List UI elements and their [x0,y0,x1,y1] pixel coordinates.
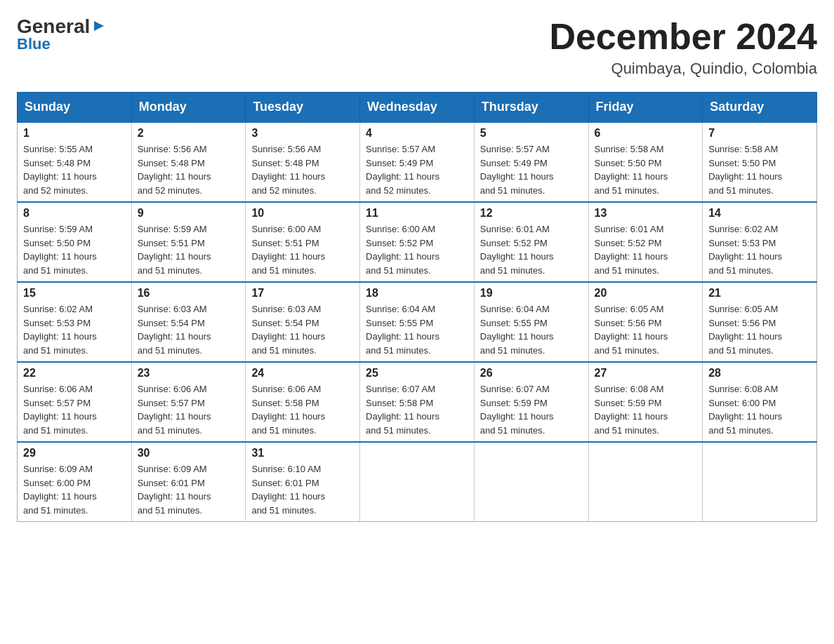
day-info: Sunrise: 6:04 AM Sunset: 5:55 PM Dayligh… [480,302,583,357]
day-info: Sunrise: 5:57 AM Sunset: 5:49 PM Dayligh… [480,142,583,197]
calendar-cell: 8 Sunrise: 5:59 AM Sunset: 5:50 PM Dayli… [18,202,132,282]
day-number: 15 [23,287,126,300]
day-info: Sunrise: 6:07 AM Sunset: 5:58 PM Dayligh… [366,382,468,437]
day-info: Sunrise: 5:58 AM Sunset: 5:50 PM Dayligh… [595,142,697,197]
day-info: Sunrise: 6:08 AM Sunset: 5:59 PM Dayligh… [595,382,697,437]
calendar-cell: 4 Sunrise: 5:57 AM Sunset: 5:49 PM Dayli… [360,122,475,202]
logo-blue-text: Blue [17,35,51,53]
calendar-cell: 20 Sunrise: 6:05 AM Sunset: 5:56 PM Dayl… [588,282,703,362]
day-number: 5 [480,127,583,140]
day-info: Sunrise: 5:58 AM Sunset: 5:50 PM Dayligh… [708,142,811,197]
day-number: 29 [23,447,126,459]
header-wednesday: Wednesday [360,93,475,123]
day-info: Sunrise: 6:05 AM Sunset: 5:56 PM Dayligh… [595,302,697,357]
logo: General Blue [17,17,107,53]
header-tuesday: Tuesday [246,93,360,123]
calendar-cell: 2 Sunrise: 5:56 AM Sunset: 5:48 PM Dayli… [131,122,246,202]
day-number: 20 [595,287,697,300]
day-number: 26 [480,367,583,380]
calendar-cell: 19 Sunrise: 6:04 AM Sunset: 5:55 PM Dayl… [474,282,588,362]
day-info: Sunrise: 6:09 AM Sunset: 6:00 PM Dayligh… [23,462,126,517]
calendar-cell: 7 Sunrise: 5:58 AM Sunset: 5:50 PM Dayli… [703,122,817,202]
calendar-cell: 12 Sunrise: 6:01 AM Sunset: 5:52 PM Dayl… [474,202,588,282]
day-info: Sunrise: 5:59 AM Sunset: 5:50 PM Dayligh… [23,222,126,277]
day-number: 1 [23,127,126,140]
day-info: Sunrise: 6:04 AM Sunset: 5:55 PM Dayligh… [366,302,468,357]
day-info: Sunrise: 6:08 AM Sunset: 6:00 PM Dayligh… [708,382,811,437]
day-info: Sunrise: 6:06 AM Sunset: 5:57 PM Dayligh… [23,382,126,437]
day-info: Sunrise: 6:03 AM Sunset: 5:54 PM Dayligh… [251,302,354,357]
calendar-cell: 28 Sunrise: 6:08 AM Sunset: 6:00 PM Dayl… [703,362,817,442]
day-info: Sunrise: 6:09 AM Sunset: 6:01 PM Dayligh… [138,462,240,517]
logo-general-text: General [17,17,90,36]
day-number: 12 [480,207,583,220]
calendar-cell: 30 Sunrise: 6:09 AM Sunset: 6:01 PM Dayl… [131,442,246,522]
day-info: Sunrise: 5:57 AM Sunset: 5:49 PM Dayligh… [366,142,468,197]
day-number: 30 [138,447,240,459]
calendar-week-4: 22 Sunrise: 6:06 AM Sunset: 5:57 PM Dayl… [18,362,817,442]
calendar-cell: 17 Sunrise: 6:03 AM Sunset: 5:54 PM Dayl… [246,282,360,362]
calendar-cell: 15 Sunrise: 6:02 AM Sunset: 5:53 PM Dayl… [18,282,132,362]
day-info: Sunrise: 6:00 AM Sunset: 5:52 PM Dayligh… [366,222,468,277]
header-row: Sunday Monday Tuesday Wednesday Thursday… [18,93,817,123]
calendar-cell: 16 Sunrise: 6:03 AM Sunset: 5:54 PM Dayl… [131,282,246,362]
day-info: Sunrise: 6:06 AM Sunset: 5:57 PM Dayligh… [138,382,240,437]
day-number: 11 [366,207,468,220]
day-info: Sunrise: 6:02 AM Sunset: 5:53 PM Dayligh… [708,222,811,277]
day-info: Sunrise: 6:10 AM Sunset: 6:01 PM Dayligh… [251,462,354,517]
calendar-cell [588,442,703,522]
calendar-week-1: 1 Sunrise: 5:55 AM Sunset: 5:48 PM Dayli… [18,122,817,202]
calendar-table: Sunday Monday Tuesday Wednesday Thursday… [17,92,817,522]
day-number: 22 [23,367,126,380]
day-number: 10 [251,207,354,220]
svg-marker-0 [94,21,104,31]
header-thursday: Thursday [474,93,588,123]
page-header: General Blue December 2024 Quimbaya, Qui… [17,17,817,78]
day-number: 25 [366,367,468,380]
day-number: 23 [138,367,240,380]
day-info: Sunrise: 6:02 AM Sunset: 5:53 PM Dayligh… [23,302,126,357]
location: Quimbaya, Quindio, Colombia [549,60,817,78]
day-number: 4 [366,127,468,140]
calendar-cell: 5 Sunrise: 5:57 AM Sunset: 5:49 PM Dayli… [474,122,588,202]
day-number: 18 [366,287,468,300]
calendar-week-5: 29 Sunrise: 6:09 AM Sunset: 6:00 PM Dayl… [18,442,817,522]
calendar-cell: 13 Sunrise: 6:01 AM Sunset: 5:52 PM Dayl… [588,202,703,282]
month-title: December 2024 [549,17,817,57]
calendar-cell: 22 Sunrise: 6:06 AM Sunset: 5:57 PM Dayl… [18,362,132,442]
calendar-week-2: 8 Sunrise: 5:59 AM Sunset: 5:50 PM Dayli… [18,202,817,282]
day-number: 7 [708,127,811,140]
day-number: 28 [708,367,811,380]
calendar-cell: 18 Sunrise: 6:04 AM Sunset: 5:55 PM Dayl… [360,282,475,362]
day-number: 27 [595,367,697,380]
calendar-cell: 10 Sunrise: 6:00 AM Sunset: 5:51 PM Dayl… [246,202,360,282]
calendar-cell: 3 Sunrise: 5:56 AM Sunset: 5:48 PM Dayli… [246,122,360,202]
calendar-cell: 29 Sunrise: 6:09 AM Sunset: 6:00 PM Dayl… [18,442,132,522]
day-info: Sunrise: 6:07 AM Sunset: 5:59 PM Dayligh… [480,382,583,437]
day-number: 24 [251,367,354,380]
day-info: Sunrise: 6:00 AM Sunset: 5:51 PM Dayligh… [251,222,354,277]
calendar-cell [360,442,475,522]
calendar-cell: 23 Sunrise: 6:06 AM Sunset: 5:57 PM Dayl… [131,362,246,442]
header-sunday: Sunday [18,93,132,123]
day-info: Sunrise: 6:01 AM Sunset: 5:52 PM Dayligh… [595,222,697,277]
header-monday: Monday [131,93,246,123]
calendar-cell: 25 Sunrise: 6:07 AM Sunset: 5:58 PM Dayl… [360,362,475,442]
day-info: Sunrise: 5:55 AM Sunset: 5:48 PM Dayligh… [23,142,126,197]
calendar-cell: 31 Sunrise: 6:10 AM Sunset: 6:01 PM Dayl… [246,442,360,522]
calendar-cell [474,442,588,522]
calendar-cell: 26 Sunrise: 6:07 AM Sunset: 5:59 PM Dayl… [474,362,588,442]
day-info: Sunrise: 5:59 AM Sunset: 5:51 PM Dayligh… [138,222,240,277]
calendar-cell [703,442,817,522]
calendar-cell: 1 Sunrise: 5:55 AM Sunset: 5:48 PM Dayli… [18,122,132,202]
day-info: Sunrise: 6:03 AM Sunset: 5:54 PM Dayligh… [138,302,240,357]
calendar-cell: 14 Sunrise: 6:02 AM Sunset: 5:53 PM Dayl… [703,202,817,282]
day-number: 19 [480,287,583,300]
day-info: Sunrise: 6:06 AM Sunset: 5:58 PM Dayligh… [251,382,354,437]
day-number: 17 [251,287,354,300]
day-number: 6 [595,127,697,140]
day-number: 3 [251,127,354,140]
day-number: 8 [23,207,126,220]
day-number: 31 [251,447,354,459]
calendar-cell: 21 Sunrise: 6:05 AM Sunset: 5:56 PM Dayl… [703,282,817,362]
